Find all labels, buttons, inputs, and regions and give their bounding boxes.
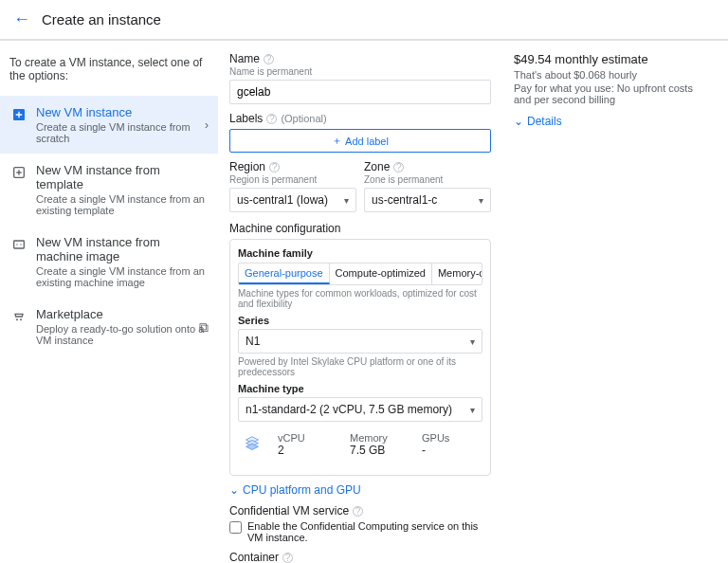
sidebar-item-title: Marketplace [36, 307, 209, 321]
name-input[interactable] [229, 80, 491, 104]
region-select[interactable]: us-central1 (Iowa) [229, 188, 356, 212]
name-sublabel: Name is permanent [229, 66, 491, 77]
region-sublabel: Region is permanent [229, 174, 356, 185]
zone-select[interactable]: us-central1-c [364, 188, 491, 212]
machine-type-select[interactable]: n1-standard-2 (2 vCPU, 7.5 GB memory) [238, 397, 482, 422]
sidebar-item-title: New VM instance from machine image [36, 235, 209, 263]
svg-point-4 [20, 244, 21, 245]
zone-sublabel: Zone is permanent [364, 174, 491, 185]
svg-point-3 [16, 244, 17, 245]
marketplace-icon [9, 307, 28, 326]
svg-point-6 [20, 318, 22, 320]
sidebar-intro: To create a VM instance, select one of t… [0, 50, 218, 96]
plus-box-icon [9, 105, 28, 124]
machine-family-label: Machine family [238, 247, 313, 259]
machine-type-label: Machine type [238, 383, 304, 394]
svg-rect-2 [14, 241, 25, 248]
help-icon[interactable]: ? [282, 553, 293, 563]
zone-label: Zone [364, 160, 390, 173]
cpu-platform-expand[interactable]: ⌄CPU platform and GPU [229, 483, 491, 497]
estimate-details-expand[interactable]: ⌄Details [514, 115, 700, 128]
sidebar-item-title: New VM instance from template [36, 163, 209, 191]
hourly-estimate: That's about $0.068 hourly [514, 69, 700, 81]
optional-text: (Optional) [281, 113, 326, 124]
estimate-note: Pay for what you use: No upfront costs a… [514, 82, 700, 105]
sidebar-item-template[interactable]: New VM instance from template Create a s… [0, 154, 218, 226]
sidebar-item-desc: Deploy a ready-to-go solution onto a VM … [36, 323, 209, 346]
help-icon[interactable]: ? [269, 162, 280, 173]
labels-label: Labels [229, 112, 263, 125]
series-label: Series [238, 315, 269, 326]
tab-general[interactable]: General-purpose [239, 263, 330, 284]
help-icon[interactable]: ? [393, 162, 404, 173]
region-label: Region [229, 160, 265, 173]
cube-stack-icon [242, 429, 263, 460]
sidebar-item-marketplace[interactable]: Marketplace Deploy a ready-to-go solutio… [0, 298, 218, 355]
page-title: Create an instance [42, 11, 161, 27]
confidential-label: Confidential VM service [229, 504, 349, 518]
sidebar-item-title: New VM instance [36, 105, 209, 119]
tab-compute[interactable]: Compute-optimized [330, 263, 432, 284]
sidebar-item-desc: Create a single VM instance from an exis… [36, 265, 209, 288]
machine-family-tabs: General-purpose Compute-optimized Memory… [238, 263, 482, 285]
name-label: Name [229, 52, 260, 65]
svg-point-5 [16, 318, 18, 320]
machine-config-title: Machine configuration [229, 222, 491, 235]
machine-image-icon [9, 235, 28, 254]
family-hint: Machine types for common workloads, opti… [238, 288, 482, 309]
help-icon[interactable]: ? [353, 506, 363, 517]
series-select[interactable]: N1 [238, 329, 482, 354]
help-icon[interactable]: ? [266, 114, 277, 124]
estimate-panel: $49.54 monthly estimate That's about $0.… [502, 41, 711, 563]
back-arrow-icon[interactable]: ← [13, 9, 30, 29]
tab-memory[interactable]: Memory-optimized [432, 263, 482, 284]
help-icon[interactable]: ? [264, 54, 274, 64]
sidebar-item-desc: Create a single VM instance from an exis… [36, 193, 209, 216]
sidebar-item-machine-image[interactable]: New VM instance from machine image Creat… [0, 226, 218, 298]
monthly-estimate: $49.54 monthly estimate [514, 52, 700, 66]
topbar: ← Create an instance [0, 0, 728, 40]
machine-config-panel: Machine family General-purpose Compute-o… [229, 239, 491, 476]
chevron-right-icon: › [205, 118, 209, 132]
series-hint: Powered by Intel Skylake CPU platform or… [238, 356, 482, 377]
add-label-button[interactable]: ＋Add label [229, 129, 491, 153]
sidebar-item-new-vm[interactable]: New VM instance Create a single VM insta… [0, 96, 218, 154]
template-icon [9, 163, 28, 182]
external-link-icon: ⧉ [199, 318, 209, 335]
machine-summary: vCPU2 Memory7.5 GB GPUs- [238, 422, 482, 467]
container-label: Container [229, 551, 279, 563]
main-form: Name ? Name is permanent Labels ? (Optio… [218, 41, 502, 563]
sidebar-item-desc: Create a single VM instance from scratch [36, 121, 209, 144]
confidential-checkbox[interactable] [229, 521, 242, 534]
sidebar: To create a VM instance, select one of t… [0, 41, 218, 563]
